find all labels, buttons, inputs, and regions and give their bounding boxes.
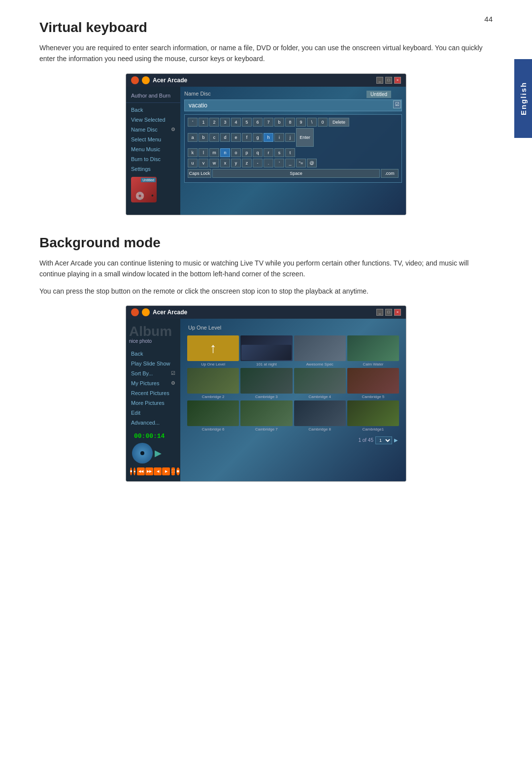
- vk-key-b[interactable]: b: [199, 133, 208, 142]
- next-page-arrow[interactable]: ▶: [394, 437, 398, 443]
- vk-key-0c[interactable]: 0: [318, 118, 328, 127]
- vk-key-3[interactable]: 2: [209, 118, 219, 127]
- fast-forward-button[interactable]: ▶▶: [145, 467, 153, 475]
- maximize-button[interactable]: □: [385, 77, 392, 84]
- photo-cambridge-4[interactable]: Cambridge 4: [294, 368, 346, 399]
- sidebar-item-settings[interactable]: Settings: [126, 164, 180, 174]
- record-button[interactable]: ⏺: [176, 467, 180, 475]
- vk-key-9[interactable]: b: [274, 118, 284, 127]
- vk-key-underscore[interactable]: _: [285, 159, 295, 167]
- vk-key-i[interactable]: i: [274, 133, 284, 142]
- prev-button[interactable]: ◀: [154, 467, 162, 475]
- photo-cambridge-1b[interactable]: Cambridge1: [347, 400, 399, 431]
- vk-row-k-t: k l m n o p q r s t: [188, 148, 399, 157]
- vk-key-u[interactable]: u: [188, 159, 198, 167]
- vk-key-y[interactable]: y: [231, 159, 241, 167]
- vk-key-a[interactable]: a: [188, 133, 198, 142]
- close-button-2[interactable]: ×: [394, 309, 401, 316]
- vk-key-enter[interactable]: Enter: [296, 128, 314, 147]
- thumb-label-cam7: Cambridge 7: [240, 427, 292, 431]
- vk-key-equals[interactable]: "=: [296, 159, 306, 167]
- minimize-button-2[interactable]: _: [376, 309, 383, 316]
- photo-calm-water[interactable]: Calm Water: [347, 335, 399, 366]
- vk-key-c[interactable]: c: [209, 133, 219, 142]
- vk-key-n[interactable]: n: [220, 148, 230, 157]
- fullscreen-button[interactable]: ⛶: [171, 467, 175, 475]
- sidebar-item-back[interactable]: Back: [126, 105, 180, 115]
- vk-key-dash[interactable]: -: [253, 159, 263, 167]
- vk-key-s[interactable]: s: [274, 148, 284, 157]
- vk-key-9b[interactable]: 9: [296, 118, 306, 127]
- photo-up-one-level[interactable]: ↑ Up One Level: [187, 335, 239, 366]
- vk-key-e[interactable]: e: [231, 133, 241, 142]
- vk-key-f[interactable]: f: [242, 133, 252, 142]
- sidebar-item-view-selected[interactable]: View Selected: [126, 115, 180, 125]
- photo-cambridge-5[interactable]: Cambridge 5: [347, 368, 399, 399]
- sidebar-item-advanced[interactable]: Advanced...: [126, 418, 180, 428]
- page-select[interactable]: 1: [375, 436, 392, 444]
- sidebar-item-sort-by[interactable]: Sort By... ☑: [126, 368, 180, 378]
- rewind-button[interactable]: ◀◀: [137, 467, 145, 475]
- sidebar-item-burn-to-disc[interactable]: Burn to Disc: [126, 154, 180, 164]
- vk-key-v[interactable]: v: [199, 159, 208, 167]
- vk-key-j[interactable]: j: [285, 133, 295, 142]
- vk-key-p[interactable]: p: [242, 148, 252, 157]
- vk-input[interactable]: vacatio: [184, 100, 402, 111]
- sidebar-item-name-disc[interactable]: Name Disc ⚙: [126, 125, 180, 134]
- vk-key-t[interactable]: t: [285, 148, 295, 157]
- transport-controls: ◀◀ ▶▶ ◀ ▶: [137, 467, 170, 475]
- sidebar-item-play-slide-show[interactable]: Play Slide Show: [126, 359, 180, 368]
- vk-key-q[interactable]: q: [253, 148, 263, 157]
- vk-key-m[interactable]: m: [209, 148, 219, 157]
- vk-key-5[interactable]: 4: [231, 118, 241, 127]
- sidebar-item-more-pictures[interactable]: More Pictures: [126, 398, 180, 408]
- vk-key-7[interactable]: 6: [253, 118, 263, 127]
- sidebar-item-recent-pictures[interactable]: Recent Pictures: [126, 388, 180, 398]
- vk-key-6[interactable]: 5: [242, 118, 252, 127]
- vk-key-z[interactable]: z: [242, 159, 252, 167]
- sidebar-item-back-2[interactable]: Back: [126, 349, 180, 359]
- vk-key-comma[interactable]: ': [274, 159, 284, 167]
- vk-key-o[interactable]: o: [231, 148, 241, 157]
- background-mode-section: Background mode With Acer Arcade you can…: [39, 235, 493, 482]
- stop-button[interactable]: ■: [130, 467, 132, 475]
- sidebar-item-select-menu[interactable]: Select Menu: [126, 134, 180, 144]
- play-button[interactable]: ●: [133, 467, 135, 475]
- photo-awesome-spec[interactable]: Awesome Spec: [294, 335, 346, 366]
- photo-cambridge-3[interactable]: Cambridge 3: [240, 368, 292, 399]
- vk-key-x[interactable]: x: [220, 159, 230, 167]
- photo-cambridge-8[interactable]: Cambridge 8: [294, 400, 346, 431]
- checkbox-icon[interactable]: ☑: [393, 100, 401, 108]
- vk-key-1[interactable]: ': [188, 118, 198, 127]
- vk-key-2[interactable]: 1: [199, 118, 208, 127]
- sidebar-item-edit[interactable]: Edit: [126, 408, 180, 418]
- vk-key-r[interactable]: r: [264, 148, 273, 157]
- sidebar-item-my-pictures[interactable]: My Pictures ⚙: [126, 378, 180, 388]
- vk-key-w[interactable]: w: [209, 159, 219, 167]
- vk-key-l[interactable]: l: [199, 148, 208, 157]
- vk-key-4[interactable]: 3: [220, 118, 230, 127]
- photo-cambridge-7[interactable]: Cambridge 7: [240, 400, 292, 431]
- vk-key-delete[interactable]: Delete: [329, 118, 349, 127]
- close-button[interactable]: ×: [394, 77, 401, 84]
- vk-key-h[interactable]: h: [264, 133, 273, 142]
- maximize-button-2[interactable]: □: [385, 309, 392, 316]
- photo-cambridge-2[interactable]: Cambridge 2: [187, 368, 239, 399]
- minimize-button[interactable]: _: [376, 77, 383, 84]
- sidebar-item-menu-music[interactable]: Menu Music: [126, 144, 180, 154]
- vk-key-caps-lock[interactable]: Caps Lock: [188, 169, 211, 178]
- vk-key-space[interactable]: Space: [212, 169, 380, 178]
- vk-key-g[interactable]: g: [253, 133, 263, 142]
- vk-key-0b[interactable]: \: [307, 118, 317, 127]
- photo-101-night[interactable]: 101 at night: [240, 335, 292, 366]
- name-disc-icon: ⚙: [171, 127, 175, 132]
- vk-key-dotcom[interactable]: .com: [381, 169, 399, 178]
- vk-key-dot[interactable]: .: [264, 159, 273, 167]
- vk-key-k[interactable]: k: [188, 148, 198, 157]
- vk-key-at[interactable]: @: [307, 159, 317, 167]
- next-button[interactable]: ▶: [162, 467, 170, 475]
- vk-key-8[interactable]: 7: [264, 118, 273, 127]
- vk-key-0[interactable]: 8: [285, 118, 295, 127]
- photo-cambridge-6[interactable]: Cambridge 6: [187, 400, 239, 431]
- vk-key-d[interactable]: d: [220, 133, 230, 142]
